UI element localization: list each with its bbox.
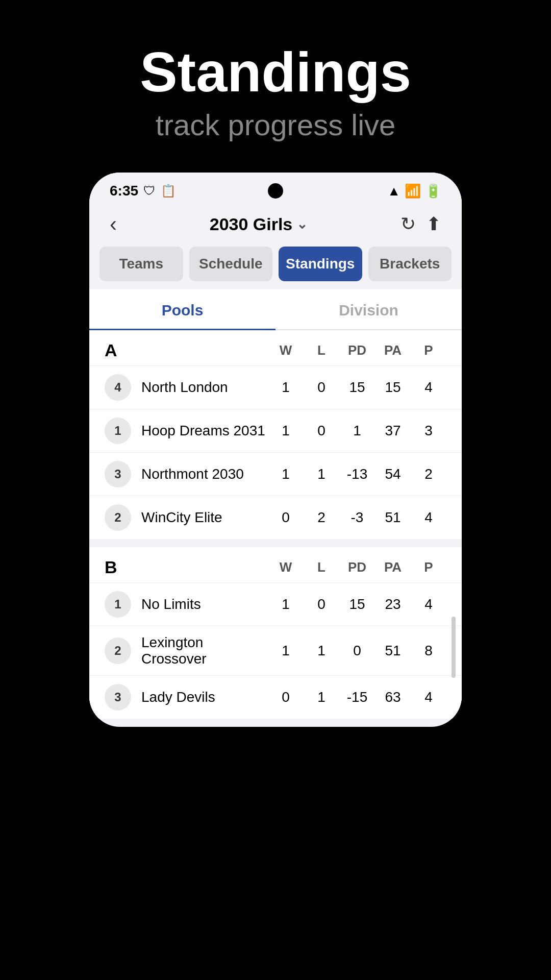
signal-icon: 📶 (405, 183, 421, 199)
col-header-l: L (304, 559, 339, 575)
team-row[interactable]: 1Hoop Dreams 2031101373 (89, 409, 462, 452)
seed-badge: 2 (105, 504, 131, 531)
stat-val: 0 (268, 509, 304, 526)
stat-val: 0 (304, 423, 339, 439)
col-header-pa: PA (375, 559, 411, 575)
pool-columns: WLPDPAP (268, 342, 446, 358)
tab-brackets[interactable]: Brackets (368, 247, 452, 281)
subtab-division[interactable]: Division (276, 289, 462, 329)
camera-notch (268, 183, 283, 199)
stat-val: 2 (411, 466, 446, 482)
nav-bar: ‹ 2030 Girls ⌄ ↻ ⬆ (89, 204, 462, 247)
stat-val: 15 (339, 379, 375, 396)
team-row[interactable]: 3Lady Devils01-15634 (89, 675, 462, 719)
back-button[interactable]: ‹ (110, 212, 117, 236)
seed-badge: 1 (105, 591, 131, 618)
stat-val: 1 (304, 689, 339, 705)
team-row[interactable]: 1No Limits1015234 (89, 582, 462, 626)
pool-columns: WLPDPAP (268, 559, 446, 575)
stat-val: 4 (411, 509, 446, 526)
col-header-p: P (411, 342, 446, 358)
hero-subtitle: track progress live (0, 108, 551, 142)
stat-val: 0 (268, 689, 304, 705)
nav-title: 2030 Girls ⌄ (210, 214, 308, 234)
phone-frame: 6:35 🛡 📋 ▲ 📶 🔋 ‹ 2030 Girls ⌄ ↻ ⬆ Teams … (89, 173, 462, 727)
stat-val: 0 (304, 596, 339, 612)
team-name: WinCity Elite (141, 509, 268, 526)
stat-val: 63 (375, 689, 411, 705)
stat-val: 51 (375, 509, 411, 526)
stat-val: 2 (304, 509, 339, 526)
shield-icon: 🛡 (143, 184, 156, 198)
tab-bar: Teams Schedule Standings Brackets (89, 247, 462, 289)
team-stats: 1015154 (268, 379, 446, 396)
team-stats: 101373 (268, 423, 446, 439)
team-name: Lexington Crossover (141, 634, 268, 667)
team-row[interactable]: 2Lexington Crossover110518 (89, 626, 462, 675)
chevron-down-icon: ⌄ (296, 216, 308, 232)
stat-val: 1 (268, 643, 304, 659)
team-row[interactable]: 3Northmont 203011-13542 (89, 452, 462, 496)
stat-val: 23 (375, 596, 411, 612)
col-header-w: W (268, 342, 304, 358)
stat-val: 1 (304, 643, 339, 659)
seed-badge: 3 (105, 461, 131, 487)
status-time: 6:35 (110, 183, 138, 199)
hero-section: Standings track progress live (0, 0, 551, 173)
subtab-pools[interactable]: Pools (89, 289, 276, 329)
stat-val: 1 (304, 466, 339, 482)
stat-val: -13 (339, 466, 375, 482)
team-name: Lady Devils (141, 689, 268, 705)
stat-val: 4 (411, 689, 446, 705)
stat-val: 54 (375, 466, 411, 482)
col-header-l: L (304, 342, 339, 358)
share-icon[interactable]: ⬆ (426, 213, 441, 235)
stat-val: 51 (375, 643, 411, 659)
stat-val: 1 (268, 423, 304, 439)
status-bar: 6:35 🛡 📋 ▲ 📶 🔋 (89, 173, 462, 204)
refresh-icon[interactable]: ↻ (400, 213, 416, 235)
tab-teams[interactable]: Teams (99, 247, 183, 281)
pool-header: AWLPDPAP (89, 330, 462, 365)
team-row[interactable]: 2WinCity Elite02-3514 (89, 496, 462, 539)
col-header-pd: PD (339, 559, 375, 575)
wifi-icon: ▲ (387, 183, 400, 199)
scrollbar[interactable] (452, 617, 456, 678)
stat-val: 37 (375, 423, 411, 439)
status-left: 6:35 🛡 📋 (110, 183, 176, 199)
nav-actions: ↻ ⬆ (400, 213, 441, 235)
team-name: No Limits (141, 596, 268, 612)
col-header-p: P (411, 559, 446, 575)
team-stats: 02-3514 (268, 509, 446, 526)
team-name: Northmont 2030 (141, 466, 268, 482)
col-header-pd: PD (339, 342, 375, 358)
pool-letter: A (105, 340, 135, 360)
pool-section-b: BWLPDPAP1No Limits10152342Lexington Cros… (89, 547, 462, 719)
stat-val: -3 (339, 509, 375, 526)
pool-header: BWLPDPAP (89, 547, 462, 582)
nav-title-text: 2030 Girls (210, 214, 293, 234)
stat-val: 0 (339, 643, 375, 659)
sub-tabs: Pools Division (89, 289, 462, 330)
tab-standings[interactable]: Standings (279, 247, 362, 281)
stat-val: 15 (339, 596, 375, 612)
pool-section-a: AWLPDPAP4North London10151541Hoop Dreams… (89, 330, 462, 539)
status-right: ▲ 📶 🔋 (387, 183, 441, 199)
standings-content: AWLPDPAP4North London10151541Hoop Dreams… (89, 330, 462, 719)
stat-val: 0 (304, 379, 339, 396)
pool-letter: B (105, 557, 135, 577)
seed-badge: 2 (105, 638, 131, 664)
stat-val: 4 (411, 379, 446, 396)
seed-badge: 3 (105, 684, 131, 710)
stat-val: 15 (375, 379, 411, 396)
sim-icon: 📋 (161, 184, 176, 198)
team-stats: 1015234 (268, 596, 446, 612)
battery-icon: 🔋 (425, 183, 441, 199)
stat-val: 1 (268, 596, 304, 612)
team-row[interactable]: 4North London1015154 (89, 365, 462, 409)
stat-val: 1 (339, 423, 375, 439)
seed-badge: 4 (105, 374, 131, 401)
seed-badge: 1 (105, 418, 131, 444)
tab-schedule[interactable]: Schedule (189, 247, 273, 281)
col-header-w: W (268, 559, 304, 575)
